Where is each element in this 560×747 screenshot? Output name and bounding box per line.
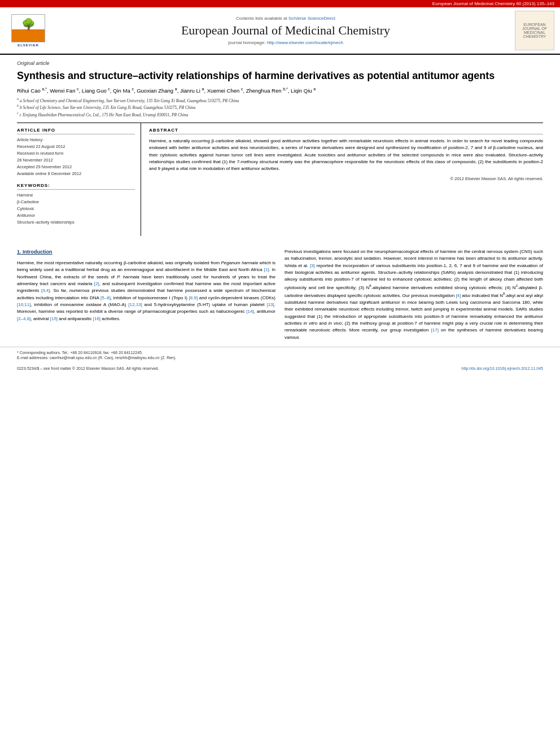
issn-text: 0223-5234/$ – see front matter © 2012 El… <box>17 366 159 370</box>
footer-email: E-mail addresses: caorihui@mail.sysu.edu… <box>17 356 543 360</box>
email-text: E-mail addresses: caorihui@mail.sysu.edu… <box>17 356 176 360</box>
elsevier-tree-icon: 🌳 <box>12 15 45 34</box>
article-history-label: ARTICLE INFO <box>17 128 135 134</box>
article-title: Synthesis and structure–activity relatio… <box>17 69 543 82</box>
elsevier-logo: 🌳 ELSEVIER <box>6 14 51 47</box>
footer-area: * Corresponding authors. Tel.: +86 20 84… <box>0 347 560 364</box>
journal-title: European Journal of Medicinal Chemistry <box>56 23 515 38</box>
journal-homepage: journal homepage: http://www.elsevier.co… <box>56 40 515 45</box>
keywords-section: Keywords: Harmine β-Carboline Cytotoxic … <box>17 183 135 226</box>
abstract-panel: Abstract Harmine, a naturally occurring … <box>141 123 543 236</box>
received-revised-date: 28 November 2012 <box>17 157 135 164</box>
sciverse-line: Contents lists available at SciVerse Sci… <box>56 16 515 21</box>
keyword-5: Structure–activity relationships <box>17 219 135 226</box>
section1-heading: 1. Introduction <box>17 248 275 256</box>
affiliation-a: a a School of Chemistry and Chemical Eng… <box>17 97 543 104</box>
info-row: ARTICLE INFO Article history: Received 2… <box>17 123 543 236</box>
body-section: 1. Introduction Harmine, the most repres… <box>0 242 560 347</box>
keyword-4: Antitumor <box>17 212 135 219</box>
body-col2-text: Previous investigations were focused on … <box>285 248 543 341</box>
body-col-left: 1. Introduction Harmine, the most repres… <box>17 248 275 341</box>
journal-header-bar: European Journal of Medicinal Chemistry … <box>0 0 560 7</box>
keyword-3: Cytotoxic <box>17 206 135 212</box>
journal-issue-text: European Journal of Medicinal Chemistry … <box>432 1 554 6</box>
body-col-right: Previous investigations were focused on … <box>285 248 543 341</box>
homepage-label: journal homepage: <box>228 40 267 45</box>
abstract-text: Harmine, a naturally occurring β-carboli… <box>149 138 543 173</box>
copyright-line: © 2012 Elsevier Masson SAS. All rights r… <box>149 176 543 181</box>
journal-logo-box: EUROPEANJOURNAL OFMEDICINALCHEMISTRY <box>515 11 554 50</box>
homepage-url[interactable]: http://www.elsevier.com/locate/ejmech <box>267 40 343 45</box>
body-col1-text: Harmine, the most representative natural… <box>17 260 275 323</box>
journal-header: 🌳 ELSEVIER Contents lists available at S… <box>0 7 560 55</box>
sciverse-link[interactable]: SciVerse ScienceDirect <box>288 16 335 21</box>
article-content: Original article Synthesis and structure… <box>0 55 560 242</box>
doi-link[interactable]: http://dx.doi.org/10.1016/j.ejmech.2012.… <box>462 366 543 370</box>
history-label: Article history: <box>17 137 135 143</box>
elsevier-brand-name: ELSEVIER <box>18 43 39 47</box>
authors-line: Rihui Cao a,*, Wenxi Fan c, Liang Guo c,… <box>17 87 543 94</box>
sciverse-prefix: Contents lists available at <box>236 16 288 21</box>
available-date: Available online 8 December 2012 <box>17 171 135 177</box>
footer-corresponding: * Corresponding authors. Tel.: +86 20 84… <box>17 351 543 355</box>
corresponding-text: * Corresponding authors. Tel.: +86 20 84… <box>17 351 143 355</box>
keywords-label: Keywords: <box>17 183 135 190</box>
article-type: Original article <box>17 60 543 66</box>
received-revised-label: Received in revised form <box>17 150 135 157</box>
accepted-date: Accepted 29 November 2012 <box>17 164 135 171</box>
journal-logo-text: EUROPEANJOURNAL OFMEDICINALCHEMISTRY <box>522 23 547 38</box>
affiliation-b: b b School of Life Science, Sun Yat-sen … <box>17 103 543 111</box>
journal-title-area: Contents lists available at SciVerse Sci… <box>56 16 515 45</box>
received-date: Received 22 August 2012 <box>17 143 135 150</box>
keyword-1: Harmine <box>17 192 135 199</box>
elsevier-logo-image: 🌳 <box>11 14 45 42</box>
keyword-2: β-Carboline <box>17 199 135 206</box>
article-history-section: Article history: Received 22 August 2012… <box>17 137 135 177</box>
abstract-label: Abstract <box>149 128 543 134</box>
affiliations: a a School of Chemistry and Chemical Eng… <box>17 97 543 118</box>
affiliation-c: c c Xinjiang Huashidan Pharmaceutical Co… <box>17 111 543 118</box>
article-info-panel: ARTICLE INFO Article history: Received 2… <box>17 123 141 236</box>
bottom-bar: 0223-5234/$ – see front matter © 2012 El… <box>0 364 560 373</box>
page: European Journal of Medicinal Chemistry … <box>0 0 560 747</box>
